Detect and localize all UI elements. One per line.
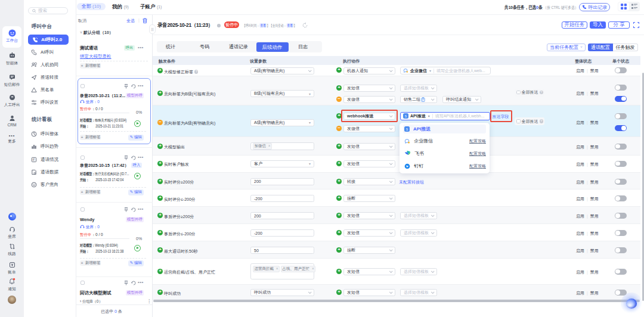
- svg-text:F: F: [33, 158, 35, 161]
